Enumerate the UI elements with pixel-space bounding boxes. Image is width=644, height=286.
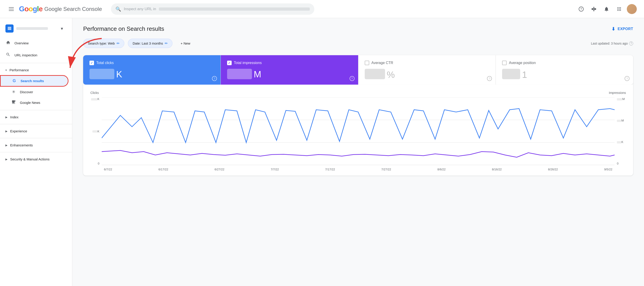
sidebar-security-label: Security & Manual Actions [10,157,50,161]
sidebar-enhancements-label: Enhancements [10,143,33,147]
average-ctr-value-row: % [365,69,490,79]
search-type-edit-icon: ✏ [116,41,120,46]
sidebar-section-enhancements[interactable]: ▶ Enhancements [0,140,68,150]
total-clicks-label: Total clicks [96,61,114,65]
property-name [16,27,58,30]
sidebar-divider-4 [0,138,72,138]
chart-y-axis-left: K K 0 [90,97,102,165]
sidebar: ▾ Overview URL inspection ▾ Performance … [0,18,72,286]
sidebar-section-experience[interactable]: ▶ Experience [0,126,68,136]
total-clicks-suffix: K [116,70,122,79]
chart-y-axis-right: M M K 0 [614,97,626,165]
discover-icon: ✳ [11,89,16,94]
search-bar[interactable]: 🔍 Inspect any URL in [111,4,314,15]
notifications-button[interactable] [602,4,612,14]
sidebar-url-inspection-label: URL inspection [14,53,37,57]
average-ctr-suffix: % [387,70,395,79]
property-selector[interactable]: ▾ [0,22,68,35]
total-impressions-checkbox[interactable] [227,61,232,65]
export-label: EXPORT [618,27,633,31]
export-icon: ⬇ [612,26,616,32]
x-label-0: 6/7/22 [104,168,112,171]
x-label-6: 8/6/22 [438,168,446,171]
svg-rect-4 [8,27,11,28]
metric-card-total-impressions[interactable]: Total impressions M ? [221,55,358,85]
x-label-7: 8/16/22 [492,168,502,171]
date-filter[interactable]: Date: Last 3 months ✏ [128,39,172,48]
average-ctr-label: Average CTR [372,61,394,65]
help-button[interactable]: ? [576,4,586,14]
svg-rect-2 [8,28,11,29]
settings-button[interactable] [589,4,599,14]
average-position-suffix: 1 [522,70,527,79]
experience-chevron-icon: ▶ [6,130,8,133]
search-sidebar-icon [6,52,11,58]
sidebar-section-index[interactable]: ▶ Index [0,112,68,122]
last-updated: Last updated: 3 hours ago ? [591,41,633,46]
chart-x-axis: 6/7/22 6/17/22 6/27/22 7/7/22 7/17/22 7/… [104,168,612,171]
svg-text:?: ? [580,7,582,11]
google-logo: Google [19,5,42,13]
average-position-help-icon[interactable]: ? [624,76,630,81]
chart-svg [102,97,614,165]
sidebar-search-results-label: Search results [20,79,44,83]
page-title: Performance on Search results [83,25,164,32]
y-right-lower-mid: K [617,140,624,144]
avatar-image [627,4,637,14]
sidebar-performance-label: Performance [10,68,29,72]
last-updated-text: Last updated: 3 hours ago [591,42,628,45]
y-right-upper-mid: M [617,119,624,122]
svg-rect-3 [8,29,11,30]
average-ctr-checkbox[interactable] [365,61,369,65]
metric-card-average-position[interactable]: Average position 1 ? [496,55,633,85]
x-label-8: 8/26/22 [548,168,558,171]
export-button[interactable]: ⬇ EXPORT [612,26,633,32]
x-label-9: 9/5/22 [604,168,612,171]
chart-axis-labels-top: Clicks Impressions [90,91,626,96]
user-avatar[interactable] [627,4,637,14]
date-label: Date: Last 3 months [133,41,163,45]
sidebar-item-discover[interactable]: ✳ Discover [0,87,68,97]
average-ctr-help-icon[interactable]: ? [487,76,492,81]
total-impressions-value-row: M [227,69,352,79]
average-position-checkbox[interactable] [502,61,506,65]
search-type-filter[interactable]: Search type: Web ✏ [83,39,124,48]
home-icon [6,40,11,46]
sidebar-item-google-news[interactable]: Google News [0,97,68,108]
total-clicks-value-blurred [90,69,114,79]
menu-button[interactable] [7,5,15,13]
page-header: Performance on Search results ⬇ EXPORT [83,25,633,32]
sidebar-item-url-inspection[interactable]: URL inspection [0,49,68,61]
sidebar-item-overview[interactable]: Overview [0,37,68,49]
sidebar-discover-label: Discover [20,90,33,94]
new-filter-label: + New [180,41,190,45]
new-filter-button[interactable]: + New [176,39,195,48]
chart-body: K K 0 [90,97,626,166]
x-label-2: 6/27/22 [215,168,224,171]
total-clicks-checkbox[interactable] [90,61,94,65]
chart-y-axis-left-label: Clicks [90,91,99,95]
y-right-bottom: 0 [617,162,618,165]
x-label-5: 7/27/22 [381,168,391,171]
metric-card-total-clicks[interactable]: Total clicks K ? [83,55,221,85]
apps-button[interactable] [614,4,624,14]
total-impressions-help-icon[interactable]: ? [350,76,354,81]
header: Google Google Search Console 🔍 Inspect a… [0,0,644,18]
average-position-value-row: 1 [502,69,627,79]
search-icon: 🔍 [116,6,121,12]
main-content: Performance on Search results ⬇ EXPORT S… [72,18,644,286]
average-ctr-header: Average CTR [365,61,490,65]
sidebar-item-search-results[interactable]: G Search results [0,75,68,87]
y-left-top: K [91,97,100,101]
chart-area [102,97,614,166]
y-right-top: M [617,97,625,101]
enhancements-chevron-icon: ▶ [6,144,8,147]
average-ctr-value-blurred [365,69,385,79]
total-clicks-help-icon[interactable]: ? [212,76,217,81]
metric-card-average-ctr[interactable]: Average CTR % ? [358,55,496,85]
search-url-blurred [159,8,310,11]
total-impressions-label: Total impressions [234,61,262,65]
sidebar-section-performance[interactable]: ▾ Performance [0,65,68,75]
sidebar-section-security[interactable]: ▶ Security & Manual Actions [0,154,68,164]
y-left-bottom: 0 [98,162,100,165]
